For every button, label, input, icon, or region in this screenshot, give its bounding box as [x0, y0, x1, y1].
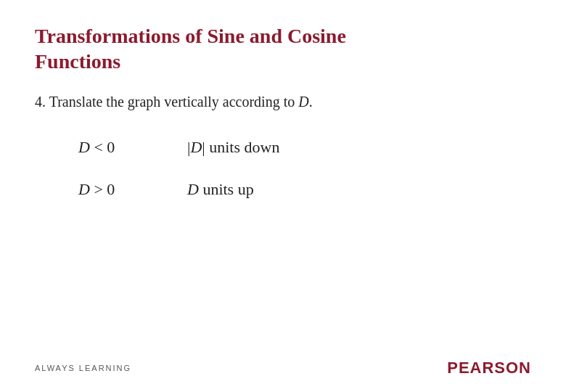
rule-result-2: D units up — [187, 180, 254, 199]
rule-result-1: |D| units down — [187, 138, 279, 157]
rule-row-1: D < 0 |D| units down — [78, 138, 531, 157]
rule-condition-1: D < 0 — [78, 138, 144, 157]
page-container: Transformations of Sine and Cosine Funct… — [0, 0, 566, 392]
page-title: Transformations of Sine and Cosine Funct… — [35, 23, 531, 74]
rule-row-2: D > 0 D units up — [78, 180, 531, 199]
title-line2: Functions — [35, 50, 120, 73]
title-line1: Transformations of Sine and Cosine — [35, 25, 346, 47]
footer-right-text: PEARSON — [447, 359, 531, 377]
subtitle: 4. Translate the graph vertically accord… — [35, 91, 531, 112]
footer-left-text: ALWAYS LEARNING — [35, 364, 131, 372]
rule-condition-2: D > 0 — [78, 180, 144, 199]
rules-container: D < 0 |D| units down D > 0 D units up — [35, 138, 531, 199]
footer: ALWAYS LEARNING PEARSON — [35, 359, 531, 377]
